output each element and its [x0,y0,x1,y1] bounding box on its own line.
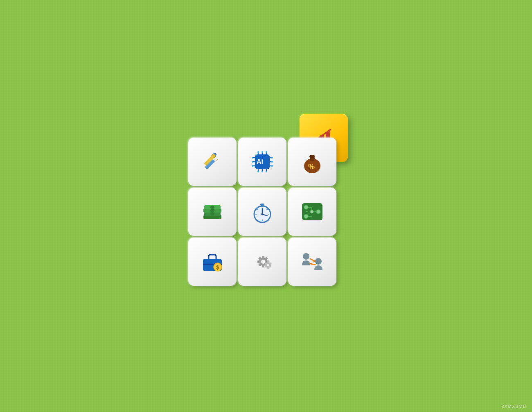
svg-point-47 [210,212,214,215]
svg-rect-53 [266,208,269,210]
ai-cube: Ai [238,138,286,186]
gear-cube [238,238,286,286]
svg-point-26 [261,151,263,153]
workflow-cube [288,238,336,286]
svg-point-28 [257,171,259,172]
svg-point-31 [252,157,253,158]
svg-rect-90 [267,267,269,269]
svg-point-25 [257,151,259,153]
svg-line-10 [216,159,218,161]
main-scene: Ai [188,114,344,286]
svg-text:Ai: Ai [257,158,263,165]
stopwatch-cube [238,188,286,236]
workflow-person-icon [299,249,325,275]
svg-point-68 [316,210,320,214]
svg-point-93 [303,253,309,260]
svg-point-29 [261,171,263,172]
gear-settings-icon [249,249,275,275]
svg-point-30 [266,171,267,172]
money-stack-icon [199,199,225,225]
business-briefcase-icon: $ [199,249,225,275]
cube-grid: Ai [188,138,336,286]
svg-point-46 [210,209,214,212]
svg-rect-51 [260,204,264,205]
svg-point-86 [267,264,269,266]
circuit-board-icon [299,199,325,225]
svg-point-39 [309,155,315,158]
ai-chip-icon: Ai [249,149,275,175]
svg-point-56 [261,213,264,215]
svg-point-27 [266,151,267,153]
svg-rect-81 [262,265,264,267]
svg-rect-87 [267,261,269,263]
svg-point-45 [210,206,214,209]
svg-point-36 [271,165,273,167]
money-bag-percent-icon: % [299,149,325,175]
svg-point-67 [304,205,308,209]
svg-rect-52 [256,208,258,210]
stopwatch-icon [249,199,275,225]
svg-rect-77 [262,256,264,258]
tools-cube [188,138,237,186]
svg-point-32 [252,161,253,163]
money-bag-cube: % [288,138,336,186]
circuit-board-cube [288,188,336,236]
watermark-text: 2XMXBMB [501,404,526,409]
svg-point-76 [261,260,265,264]
svg-point-94 [315,258,322,265]
money-stack-cube [188,188,237,236]
svg-point-34 [271,157,273,158]
svg-point-69 [304,214,308,218]
svg-marker-98 [310,263,312,265]
svg-point-35 [271,161,273,163]
svg-point-70 [310,210,313,213]
tools-icon [199,149,225,175]
briefcase-cube: $ [188,238,237,286]
svg-rect-83 [257,260,260,263]
svg-text:$: $ [216,264,219,270]
svg-text:%: % [308,163,315,171]
svg-point-33 [252,165,253,167]
